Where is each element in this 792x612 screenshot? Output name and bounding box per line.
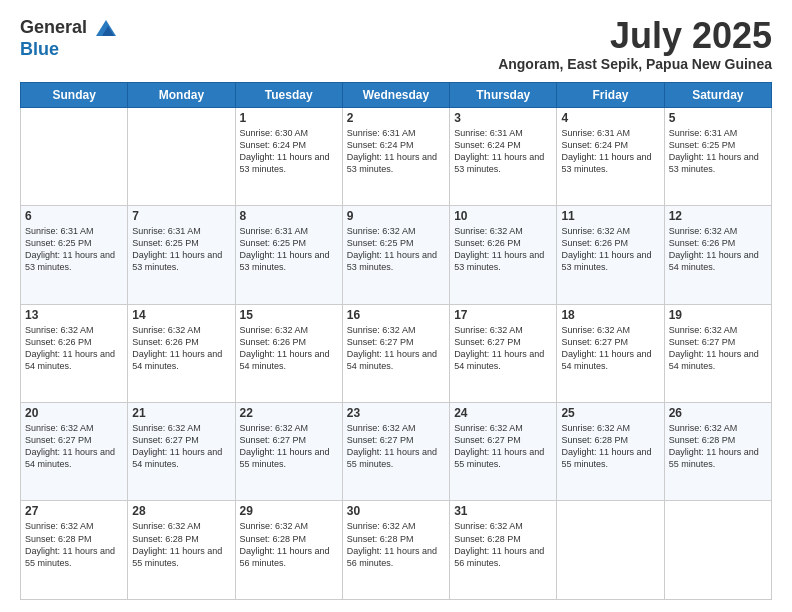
calendar-cell: 8Sunrise: 6:31 AMSunset: 6:25 PMDaylight…	[235, 206, 342, 304]
calendar-cell: 28Sunrise: 6:32 AMSunset: 6:28 PMDayligh…	[128, 501, 235, 600]
day-info: Sunrise: 6:32 AMSunset: 6:27 PMDaylight:…	[132, 422, 230, 471]
day-info: Sunrise: 6:32 AMSunset: 6:27 PMDaylight:…	[347, 422, 445, 471]
day-number: 15	[240, 308, 338, 322]
day-info: Sunrise: 6:31 AMSunset: 6:24 PMDaylight:…	[561, 127, 659, 176]
calendar-cell: 24Sunrise: 6:32 AMSunset: 6:27 PMDayligh…	[450, 403, 557, 501]
logo: General Blue	[20, 16, 118, 60]
day-header-friday: Friday	[557, 82, 664, 107]
day-info: Sunrise: 6:31 AMSunset: 6:25 PMDaylight:…	[240, 225, 338, 274]
day-number: 6	[25, 209, 123, 223]
day-number: 25	[561, 406, 659, 420]
calendar-cell: 12Sunrise: 6:32 AMSunset: 6:26 PMDayligh…	[664, 206, 771, 304]
day-number: 20	[25, 406, 123, 420]
day-info: Sunrise: 6:32 AMSunset: 6:28 PMDaylight:…	[669, 422, 767, 471]
day-info: Sunrise: 6:32 AMSunset: 6:28 PMDaylight:…	[240, 520, 338, 569]
day-info: Sunrise: 6:31 AMSunset: 6:25 PMDaylight:…	[669, 127, 767, 176]
calendar-header-row: SundayMondayTuesdayWednesdayThursdayFrid…	[21, 82, 772, 107]
calendar-cell: 3Sunrise: 6:31 AMSunset: 6:24 PMDaylight…	[450, 107, 557, 205]
day-number: 22	[240, 406, 338, 420]
location-subtitle: Angoram, East Sepik, Papua New Guinea	[498, 56, 772, 72]
calendar-cell: 22Sunrise: 6:32 AMSunset: 6:27 PMDayligh…	[235, 403, 342, 501]
day-info: Sunrise: 6:32 AMSunset: 6:26 PMDaylight:…	[669, 225, 767, 274]
day-header-sunday: Sunday	[21, 82, 128, 107]
calendar-cell: 31Sunrise: 6:32 AMSunset: 6:28 PMDayligh…	[450, 501, 557, 600]
calendar-cell: 6Sunrise: 6:31 AMSunset: 6:25 PMDaylight…	[21, 206, 128, 304]
day-number: 2	[347, 111, 445, 125]
calendar-cell: 13Sunrise: 6:32 AMSunset: 6:26 PMDayligh…	[21, 304, 128, 402]
day-info: Sunrise: 6:32 AMSunset: 6:26 PMDaylight:…	[25, 324, 123, 373]
calendar-cell: 25Sunrise: 6:32 AMSunset: 6:28 PMDayligh…	[557, 403, 664, 501]
calendar-cell: 26Sunrise: 6:32 AMSunset: 6:28 PMDayligh…	[664, 403, 771, 501]
calendar-cell: 9Sunrise: 6:32 AMSunset: 6:25 PMDaylight…	[342, 206, 449, 304]
calendar-cell: 15Sunrise: 6:32 AMSunset: 6:26 PMDayligh…	[235, 304, 342, 402]
day-number: 7	[132, 209, 230, 223]
day-number: 12	[669, 209, 767, 223]
day-info: Sunrise: 6:32 AMSunset: 6:28 PMDaylight:…	[132, 520, 230, 569]
day-info: Sunrise: 6:32 AMSunset: 6:28 PMDaylight:…	[347, 520, 445, 569]
calendar-cell	[664, 501, 771, 600]
day-info: Sunrise: 6:32 AMSunset: 6:26 PMDaylight:…	[240, 324, 338, 373]
calendar-week-1: 1Sunrise: 6:30 AMSunset: 6:24 PMDaylight…	[21, 107, 772, 205]
day-info: Sunrise: 6:32 AMSunset: 6:26 PMDaylight:…	[132, 324, 230, 373]
calendar-week-5: 27Sunrise: 6:32 AMSunset: 6:28 PMDayligh…	[21, 501, 772, 600]
day-number: 19	[669, 308, 767, 322]
calendar-cell: 4Sunrise: 6:31 AMSunset: 6:24 PMDaylight…	[557, 107, 664, 205]
day-info: Sunrise: 6:32 AMSunset: 6:25 PMDaylight:…	[347, 225, 445, 274]
day-number: 11	[561, 209, 659, 223]
logo-icon	[94, 16, 118, 40]
calendar-cell: 20Sunrise: 6:32 AMSunset: 6:27 PMDayligh…	[21, 403, 128, 501]
calendar-cell: 14Sunrise: 6:32 AMSunset: 6:26 PMDayligh…	[128, 304, 235, 402]
calendar-cell: 10Sunrise: 6:32 AMSunset: 6:26 PMDayligh…	[450, 206, 557, 304]
day-info: Sunrise: 6:31 AMSunset: 6:24 PMDaylight:…	[347, 127, 445, 176]
calendar-cell: 1Sunrise: 6:30 AMSunset: 6:24 PMDaylight…	[235, 107, 342, 205]
calendar-week-4: 20Sunrise: 6:32 AMSunset: 6:27 PMDayligh…	[21, 403, 772, 501]
calendar-week-2: 6Sunrise: 6:31 AMSunset: 6:25 PMDaylight…	[21, 206, 772, 304]
calendar-cell: 16Sunrise: 6:32 AMSunset: 6:27 PMDayligh…	[342, 304, 449, 402]
day-number: 21	[132, 406, 230, 420]
day-number: 27	[25, 504, 123, 518]
day-number: 9	[347, 209, 445, 223]
day-info: Sunrise: 6:32 AMSunset: 6:27 PMDaylight:…	[454, 422, 552, 471]
day-number: 24	[454, 406, 552, 420]
page: General Blue July 2025 Angoram, East Sep…	[0, 0, 792, 612]
day-number: 16	[347, 308, 445, 322]
calendar-cell: 29Sunrise: 6:32 AMSunset: 6:28 PMDayligh…	[235, 501, 342, 600]
day-info: Sunrise: 6:32 AMSunset: 6:28 PMDaylight:…	[561, 422, 659, 471]
day-number: 29	[240, 504, 338, 518]
calendar-cell: 19Sunrise: 6:32 AMSunset: 6:27 PMDayligh…	[664, 304, 771, 402]
day-info: Sunrise: 6:32 AMSunset: 6:27 PMDaylight:…	[240, 422, 338, 471]
logo-general: General	[20, 17, 87, 37]
day-info: Sunrise: 6:32 AMSunset: 6:27 PMDaylight:…	[25, 422, 123, 471]
day-number: 4	[561, 111, 659, 125]
day-info: Sunrise: 6:32 AMSunset: 6:27 PMDaylight:…	[454, 324, 552, 373]
day-info: Sunrise: 6:32 AMSunset: 6:26 PMDaylight:…	[561, 225, 659, 274]
day-number: 31	[454, 504, 552, 518]
calendar-cell	[21, 107, 128, 205]
day-header-wednesday: Wednesday	[342, 82, 449, 107]
month-title: July 2025	[498, 16, 772, 56]
day-info: Sunrise: 6:32 AMSunset: 6:27 PMDaylight:…	[669, 324, 767, 373]
day-number: 8	[240, 209, 338, 223]
day-header-monday: Monday	[128, 82, 235, 107]
day-number: 3	[454, 111, 552, 125]
calendar-cell: 27Sunrise: 6:32 AMSunset: 6:28 PMDayligh…	[21, 501, 128, 600]
calendar-cell: 5Sunrise: 6:31 AMSunset: 6:25 PMDaylight…	[664, 107, 771, 205]
calendar-cell: 30Sunrise: 6:32 AMSunset: 6:28 PMDayligh…	[342, 501, 449, 600]
day-number: 10	[454, 209, 552, 223]
day-number: 26	[669, 406, 767, 420]
day-number: 14	[132, 308, 230, 322]
day-info: Sunrise: 6:32 AMSunset: 6:28 PMDaylight:…	[25, 520, 123, 569]
calendar-cell: 18Sunrise: 6:32 AMSunset: 6:27 PMDayligh…	[557, 304, 664, 402]
day-info: Sunrise: 6:31 AMSunset: 6:25 PMDaylight:…	[132, 225, 230, 274]
calendar-cell: 23Sunrise: 6:32 AMSunset: 6:27 PMDayligh…	[342, 403, 449, 501]
day-info: Sunrise: 6:32 AMSunset: 6:26 PMDaylight:…	[454, 225, 552, 274]
calendar-cell: 11Sunrise: 6:32 AMSunset: 6:26 PMDayligh…	[557, 206, 664, 304]
calendar-week-3: 13Sunrise: 6:32 AMSunset: 6:26 PMDayligh…	[21, 304, 772, 402]
logo-text: General	[20, 16, 118, 40]
day-number: 28	[132, 504, 230, 518]
day-number: 30	[347, 504, 445, 518]
calendar-cell: 7Sunrise: 6:31 AMSunset: 6:25 PMDaylight…	[128, 206, 235, 304]
day-info: Sunrise: 6:31 AMSunset: 6:24 PMDaylight:…	[454, 127, 552, 176]
calendar-cell: 17Sunrise: 6:32 AMSunset: 6:27 PMDayligh…	[450, 304, 557, 402]
title-block: July 2025 Angoram, East Sepik, Papua New…	[498, 16, 772, 72]
